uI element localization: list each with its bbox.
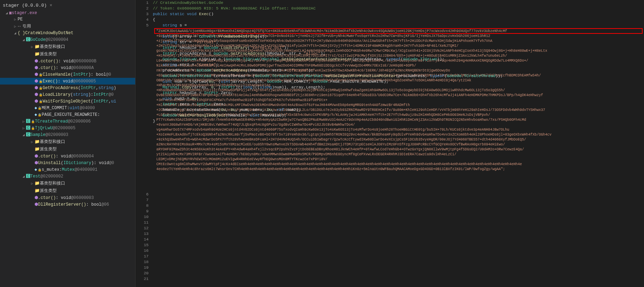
- code-area[interactable]: // CrateWindowByDotNet.GoCode // Token: …: [151, 0, 644, 287]
- base64-string-literal: "ZsHCMJDotAwAAG/cjoeHRAxH0gxrBkMveXh4lNH…: [154, 28, 643, 34]
- node-references[interactable]: ▷ ▪▪引用: [0, 23, 135, 30]
- tab-header: stager (0.0.0.0) ×: [0, 1, 135, 10]
- node-closehandle[interactable]: ⬢🔒 CloseHandle(IntPtr) : bool @0: [0, 71, 135, 78]
- node-class-sample[interactable]: ◢ 🅲 Sample @02000003: [0, 131, 135, 138]
- node-class-test[interactable]: ◢ 🅲 Test @02000002: [0, 173, 135, 180]
- node-exe[interactable]: ◢ ▣ stager.exe: [0, 10, 135, 16]
- node-mem-commit[interactable]: ◆🔒 MEM_COMMIT : uint @04000: [0, 105, 135, 111]
- expand-icon[interactable]: ◢: [21, 174, 26, 179]
- node-pe[interactable]: ▷ PE: [0, 16, 135, 23]
- node-page-execute-readwrite[interactable]: ◆🔒 PAGE_EXECUTE_READWRITE :: [0, 111, 135, 118]
- node-dllregister[interactable]: ⬢ DllRegisterServer() : bool @06: [0, 201, 135, 208]
- node-exec[interactable]: ⬢🔒 Exec() : void @06000005: [0, 78, 135, 85]
- node-tcreatethread[interactable]: ▷ 🅲🔒 TCreateThread @02000006: [0, 118, 135, 125]
- node-cctor[interactable]: ⬢ .cctor(): void @0600000B: [0, 58, 135, 64]
- node-loadlibrary[interactable]: ⬢🔒 LoadLibrary(string) : IntPtr @0: [0, 91, 135, 98]
- node-waitforsingleobject[interactable]: ⬢🔒 WaitForSingleObject(IntPtr, ui: [0, 98, 135, 105]
- node-tjqrlwu[interactable]: ▷ 🅲🔒 TjQrLwU @02000005: [0, 125, 135, 131]
- expand-icon[interactable]: ◢: [21, 132, 26, 137]
- expand-icon[interactable]: ◢: [4, 11, 9, 15]
- node-test-derived[interactable]: 📁 派生类型: [0, 187, 135, 194]
- assembly-explorer[interactable]: stager (0.0.0.0) × ◢ ▣ stager.exe ▷ PE ▷…: [0, 0, 136, 287]
- node-test-base[interactable]: ▷ 📁 基类型和接口: [0, 180, 135, 187]
- expand-icon[interactable]: ▷: [30, 44, 35, 49]
- node-mutex[interactable]: ◆🔒 s_mutex : Mutex @04000001: [0, 166, 135, 173]
- node-sample-derived[interactable]: 📁 派生类型: [0, 145, 135, 153]
- expand-icon[interactable]: ▷: [30, 139, 35, 144]
- node-namespace[interactable]: ◢ { } CrateWindowByDotNet: [0, 30, 135, 36]
- node-ctor[interactable]: ⬢ .ctor(): void @0600000A: [0, 64, 135, 71]
- expand-icon[interactable]: ▷: [21, 119, 26, 124]
- node-class-gocode[interactable]: ◢ 🅲 GoCode @02000004: [0, 36, 135, 43]
- node-test-ctor[interactable]: ⬢ .ctor() : void @06000003: [0, 194, 135, 201]
- close-icon[interactable]: ×: [50, 3, 52, 8]
- node-uninstall[interactable]: ⬢ Uninstall(IDictionary) : void @0: [0, 160, 135, 166]
- node-sample-ctor[interactable]: ⬢ .ctor() : void @06000004: [0, 153, 135, 160]
- node-base-types[interactable]: ▷ 📁 基类型和接口: [0, 43, 135, 50]
- tab-title: stager (0.0.0.0): [3, 3, 47, 8]
- expand-icon[interactable]: ▷: [13, 24, 18, 29]
- expand-icon[interactable]: ▷: [13, 17, 18, 22]
- node-sample-base[interactable]: ▷ 📁 基类型和接口: [0, 138, 135, 145]
- expand-icon[interactable]: ▷: [30, 181, 35, 186]
- code-editor[interactable]: 123456789101112131415161718192021 // Cra…: [136, 0, 644, 287]
- expand-icon[interactable]: ◢: [21, 37, 26, 42]
- expand-icon[interactable]: ◢: [13, 31, 18, 36]
- expand-icon[interactable]: ▷: [21, 126, 26, 131]
- line-gutter: 123456789101112131415161718192021: [136, 0, 151, 287]
- node-derived-types[interactable]: 📁 派生类型: [0, 50, 135, 58]
- node-getprocaddress[interactable]: ⬢🔒 GetProcAddress(IntPtr, string): [0, 85, 135, 91]
